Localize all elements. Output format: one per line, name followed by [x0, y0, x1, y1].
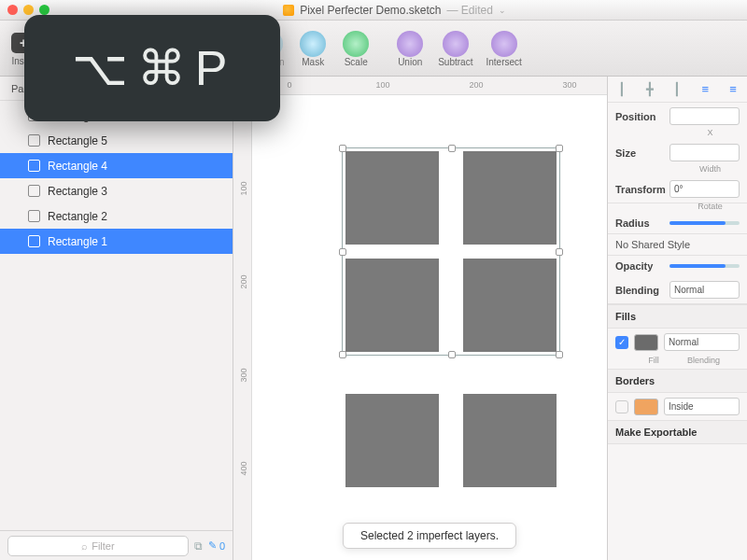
- align-right-button[interactable]: ┃: [664, 82, 692, 96]
- intersect-icon: [491, 31, 517, 57]
- scale-icon: [343, 31, 369, 57]
- rotate-field[interactable]: 0°: [669, 180, 740, 198]
- distribute-h-button[interactable]: ≡: [691, 82, 719, 96]
- union-button[interactable]: Union: [389, 27, 430, 69]
- layer-row[interactable]: Rectangle 5: [0, 128, 233, 153]
- hud-text: Selected 2 imperfect layers.: [360, 529, 499, 542]
- layer-label: Rectangle 4: [48, 160, 107, 173]
- border-enabled-checkbox[interactable]: [615, 400, 628, 413]
- alignment-row: ┃ ╋ ┃ ≡ ≡: [608, 77, 747, 103]
- shortcut-letter: P: [195, 40, 233, 96]
- fill-sublabel: Fill: [640, 356, 668, 365]
- transform-label: Transform: [615, 184, 664, 195]
- status-hud: Selected 2 imperfect layers.: [343, 523, 516, 549]
- fills-section-header[interactable]: Fills: [608, 304, 747, 329]
- blending-select[interactable]: Normal: [669, 281, 740, 299]
- rectangle-shape[interactable]: [463, 394, 557, 487]
- position-label: Position: [615, 111, 664, 122]
- ruler-tick: 300: [562, 80, 576, 90]
- layer-label: Rectangle 5: [48, 134, 107, 147]
- ruler-tick: 100: [239, 181, 248, 195]
- border-position-select[interactable]: Inside: [664, 398, 740, 415]
- size-label: Size: [615, 147, 664, 159]
- window-controls: [7, 5, 49, 15]
- search-icon: ⌕: [81, 540, 88, 552]
- option-key-icon: ⌥: [72, 40, 134, 96]
- resize-handle[interactable]: [556, 248, 563, 256]
- resize-handle[interactable]: [448, 145, 456, 152]
- resize-handle[interactable]: [556, 351, 563, 358]
- distribute-v-button[interactable]: ≡: [719, 82, 747, 96]
- close-window-button[interactable]: [7, 5, 18, 15]
- copy-icon[interactable]: ⧉: [194, 539, 203, 553]
- blending-label: Blending: [615, 285, 664, 296]
- make-exportable-header[interactable]: Make Exportable: [608, 420, 747, 444]
- mask-label: Mask: [302, 57, 324, 67]
- minimize-window-button[interactable]: [23, 5, 34, 15]
- document-icon: [283, 5, 294, 16]
- fill-swatch[interactable]: [634, 334, 658, 351]
- filter-placeholder: Filter: [92, 540, 114, 552]
- layer-panel: Page 1 ⌄ Rectangle 6Rectangle 5Rectangle…: [0, 77, 233, 560]
- layer-row[interactable]: Rectangle 4: [0, 153, 233, 178]
- mask-button[interactable]: Mask: [292, 27, 333, 69]
- document-filename: Pixel Perfecter Demo.sketch: [300, 4, 441, 17]
- resize-handle[interactable]: [556, 145, 563, 152]
- resize-handle[interactable]: [339, 351, 346, 358]
- ruler-tick: 400: [239, 461, 248, 475]
- canvas-area: 0 100 200 300 100 200 300 400: [233, 77, 607, 560]
- subtract-label: Subtract: [438, 57, 472, 67]
- union-icon: [397, 31, 423, 57]
- radius-label: Radius: [615, 217, 664, 229]
- subtract-icon: [443, 31, 469, 57]
- shared-style-selector[interactable]: No Shared Style: [608, 234, 747, 256]
- slice-count[interactable]: ✎0: [208, 539, 225, 552]
- inspector-panel: ┃ ╋ ┃ ≡ ≡ Position X Size Width Transfor…: [607, 77, 747, 560]
- resize-handle[interactable]: [339, 248, 346, 256]
- ruler-tick: 100: [375, 80, 389, 90]
- shared-style-label: No Shared Style: [615, 239, 690, 250]
- chevron-down-icon: ⌄: [499, 6, 506, 15]
- layer-label: Rectangle 3: [48, 185, 107, 198]
- width-axis-label: Width: [673, 164, 747, 174]
- union-label: Union: [398, 57, 422, 67]
- align-left-button[interactable]: ┃: [608, 82, 636, 96]
- size-width-field[interactable]: [669, 144, 740, 161]
- opacity-slider[interactable]: [669, 264, 740, 268]
- filter-input[interactable]: ⌕ Filter: [7, 536, 189, 556]
- ruler-vertical[interactable]: 100 200 300 400: [233, 95, 252, 560]
- filter-bar: ⌕ Filter ⧉ ✎0: [0, 530, 233, 560]
- radius-slider[interactable]: [669, 221, 740, 225]
- align-center-button[interactable]: ╋: [636, 82, 664, 96]
- canvas[interactable]: Selected 2 imperfect layers.: [252, 95, 607, 560]
- ruler-horizontal[interactable]: 0 100 200 300: [252, 77, 607, 95]
- resize-handle[interactable]: [448, 351, 456, 358]
- scale-button[interactable]: Scale: [335, 27, 376, 69]
- layer-row[interactable]: Rectangle 3: [0, 178, 233, 203]
- layer-row[interactable]: Rectangle 1: [0, 229, 233, 254]
- fill-blend-sublabel: Blending: [668, 356, 740, 365]
- rectangle-shape[interactable]: [345, 394, 439, 487]
- zoom-window-button[interactable]: [39, 5, 49, 15]
- layer-row[interactable]: Rectangle 2: [0, 203, 233, 229]
- intersect-button[interactable]: Intersect: [480, 27, 527, 69]
- position-x-field[interactable]: [669, 107, 740, 125]
- keyboard-shortcut-overlay: ⌥ ⌘ P: [24, 15, 280, 121]
- resize-handle[interactable]: [339, 145, 346, 152]
- rectangle-icon: [28, 185, 40, 197]
- rotate-axis-label: Rotate: [673, 202, 747, 211]
- borders-section-header[interactable]: Borders: [608, 369, 747, 393]
- main-area: Page 1 ⌄ Rectangle 6Rectangle 5Rectangle…: [0, 77, 747, 560]
- subtract-button[interactable]: Subtract: [432, 27, 478, 69]
- scale-label: Scale: [345, 57, 368, 67]
- fill-blend-select[interactable]: Normal: [664, 333, 740, 351]
- x-axis-label: X: [673, 128, 747, 137]
- mask-icon: [300, 31, 326, 57]
- selection-bounds: [342, 147, 560, 356]
- fill-enabled-checkbox[interactable]: ✓: [615, 336, 628, 349]
- rectangle-icon: [28, 235, 40, 247]
- command-key-icon: ⌘: [137, 40, 191, 96]
- rectangle-icon: [28, 134, 40, 147]
- rectangle-icon: [28, 210, 40, 222]
- border-swatch[interactable]: [634, 399, 658, 415]
